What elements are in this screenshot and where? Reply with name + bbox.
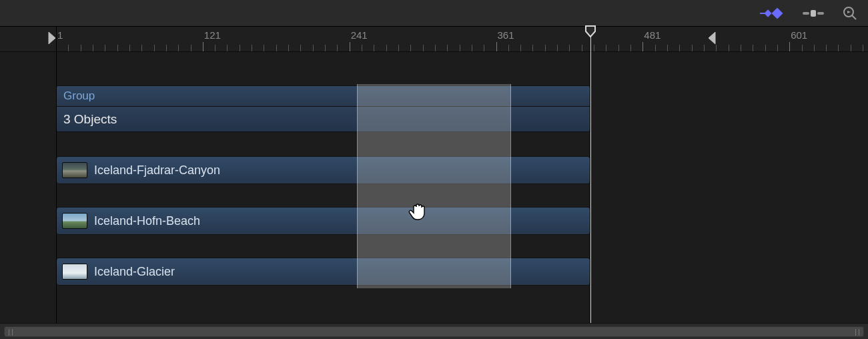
ruler-tick-minor xyxy=(508,45,509,51)
ruler-tick-minor xyxy=(240,45,240,51)
ruler-tick-minor xyxy=(863,45,863,51)
clip-bar[interactable]: Iceland-Fjadrar-Canyon xyxy=(56,156,590,184)
timeline-scrollbar[interactable] xyxy=(0,323,868,339)
filters-icon[interactable] xyxy=(803,7,824,19)
ruler-tick-minor xyxy=(667,45,668,51)
ruler-tick-minor xyxy=(484,45,484,51)
group-count-label: 3 Objects xyxy=(63,112,117,127)
ruler-tick-minor xyxy=(398,45,399,51)
ruler-tick-minor xyxy=(729,45,729,51)
timeline-toolbar xyxy=(0,0,868,27)
ruler-tick-minor xyxy=(851,45,851,51)
svg-rect-1 xyxy=(772,7,783,19)
ruler-tick-minor xyxy=(655,45,656,51)
ruler-tick-minor xyxy=(154,45,155,51)
ruler-tick-minor xyxy=(191,45,191,51)
ruler-tick-minor xyxy=(582,45,582,51)
ruler-tick-minor xyxy=(630,45,631,51)
ruler-tick-minor xyxy=(288,45,289,51)
ruler-tick-minor xyxy=(472,45,472,51)
ruler-tick-minor xyxy=(753,45,753,51)
ruler-tick-major xyxy=(496,42,497,51)
ruler-tick-minor xyxy=(569,45,570,51)
ruler-tick-minor xyxy=(606,45,606,51)
track-left-edge xyxy=(56,27,57,323)
ruler-tick-minor xyxy=(276,45,277,51)
ruler-tick-minor xyxy=(741,45,741,51)
ruler-label: 601 xyxy=(791,29,807,41)
ruler-label: 481 xyxy=(644,29,661,41)
ruler-tick-major xyxy=(642,42,643,51)
scrollbar-thumb[interactable] xyxy=(4,326,864,337)
clip-bar[interactable]: Iceland-Glacier xyxy=(56,258,590,286)
ruler-tick-minor xyxy=(325,45,326,51)
ruler-tick-minor xyxy=(692,45,693,51)
out-point-icon[interactable] xyxy=(707,31,717,49)
ruler-tick-minor xyxy=(557,45,558,51)
ruler-tick-minor xyxy=(838,45,839,51)
clip-thumbnail xyxy=(62,264,87,280)
ruler-tick-minor xyxy=(300,45,301,51)
ruler-tick-minor xyxy=(313,45,314,51)
ruler-tick-minor xyxy=(802,45,803,51)
ruler-label: 361 xyxy=(498,29,514,41)
ruler-tick-minor xyxy=(227,45,228,51)
clip-bar[interactable]: Iceland-Hofn-Beach xyxy=(56,207,590,235)
clip-thumbnail xyxy=(62,213,87,229)
grab-hand-cursor-icon xyxy=(407,200,428,225)
ruler-tick-minor xyxy=(166,45,167,51)
group-bar[interactable]: Group xyxy=(56,85,590,107)
timeline-ruler[interactable]: 1121241361481601 xyxy=(0,27,868,52)
svg-rect-2 xyxy=(803,12,809,15)
search-preview-icon[interactable] xyxy=(843,6,857,21)
ruler-tick-minor xyxy=(765,45,766,51)
ruler-tick-minor xyxy=(362,45,362,51)
group-label: Group xyxy=(63,89,95,103)
ruler-tick-minor xyxy=(386,45,387,51)
ruler-tick-minor xyxy=(129,45,130,51)
svg-rect-3 xyxy=(811,10,816,17)
group-summary-bar[interactable]: 3 Objects xyxy=(56,107,590,132)
ruler-tick-minor xyxy=(93,45,93,51)
ruler-tick-minor xyxy=(81,45,81,51)
keyframe-editor-icon[interactable] xyxy=(759,7,784,19)
svg-rect-0 xyxy=(764,9,771,17)
clip-thumbnail xyxy=(62,162,87,178)
ruler-label: 1 xyxy=(57,29,63,41)
ruler-label: 241 xyxy=(351,29,368,41)
ruler-tick-minor xyxy=(178,45,179,51)
ruler-tick-minor xyxy=(337,45,338,51)
ruler-tick-minor xyxy=(423,45,424,51)
ruler-tick-minor xyxy=(374,45,374,51)
ruler-tick-minor xyxy=(215,45,215,51)
ruler-tick-minor xyxy=(679,45,680,51)
ruler-tick-minor xyxy=(520,45,521,51)
ruler-tick-minor xyxy=(252,45,252,51)
ruler-tick-minor xyxy=(447,45,448,51)
in-point-icon[interactable] xyxy=(47,31,57,49)
clip-label: Iceland-Glacier xyxy=(94,265,175,279)
ruler-tick-major xyxy=(350,42,350,51)
ruler-label: 121 xyxy=(204,29,221,41)
clip-label: Iceland-Hofn-Beach xyxy=(94,214,200,228)
ruler-tick-minor xyxy=(460,45,460,51)
ruler-tick-minor xyxy=(105,45,105,51)
ruler-tick-minor xyxy=(410,45,411,51)
clip-label: Iceland-Fjadrar-Canyon xyxy=(94,163,220,178)
ruler-tick-minor xyxy=(826,45,827,51)
svg-marker-6 xyxy=(847,11,851,13)
svg-rect-4 xyxy=(817,12,824,15)
ruler-tick-minor xyxy=(814,45,815,51)
ruler-tick-major xyxy=(203,42,203,51)
ruler-tick-minor xyxy=(264,45,264,51)
playhead-head-icon[interactable] xyxy=(585,25,596,41)
playhead[interactable] xyxy=(590,27,591,323)
ruler-tick-minor xyxy=(435,45,436,51)
ruler-tick-minor xyxy=(704,45,705,51)
ruler-tick-minor xyxy=(532,45,533,51)
ruler-tick-minor xyxy=(545,45,546,51)
ruler-tick-minor xyxy=(141,45,142,51)
ruler-tick-minor xyxy=(594,45,594,51)
ruler-tick-minor xyxy=(117,45,118,51)
ruler-tick-minor xyxy=(777,45,778,51)
